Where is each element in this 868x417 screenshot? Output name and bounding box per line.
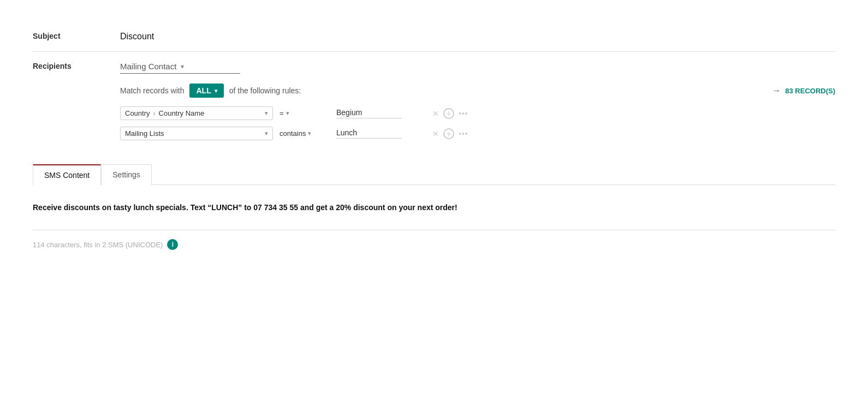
filter-op-1-arrow: ▾ <box>286 110 289 117</box>
tab-sms-content[interactable]: SMS Content <box>33 164 101 185</box>
match-suffix-text: of the following rules: <box>229 86 301 95</box>
tabs-bar: SMS Content Settings <box>33 164 835 185</box>
filter-row-2: Mailing Lists ▾ contains ▾ Lunch ✕ + ••• <box>120 127 835 140</box>
filter-field-1-arrow: ▾ <box>265 110 268 117</box>
subject-label: Subject <box>33 29 120 40</box>
recipients-row: Recipients Mailing Contact ▾ Match recor… <box>33 52 835 148</box>
info-icon[interactable]: i <box>167 239 178 250</box>
filter-value-1[interactable]: Begium <box>336 108 424 118</box>
form-section: Subject Discount Recipients Mailing Cont… <box>33 22 835 148</box>
match-prefix-text: Match records with <box>120 86 184 95</box>
recipients-select[interactable]: Mailing Contact ▾ <box>120 59 240 74</box>
recipients-content: Mailing Contact ▾ Match records with ALL… <box>120 59 835 140</box>
filter-operator-2[interactable]: contains ▾ <box>277 127 332 140</box>
filter-more-1[interactable]: ••• <box>459 109 468 118</box>
tab-settings[interactable]: Settings <box>101 164 152 185</box>
filter-actions-1: ✕ + ••• <box>432 108 468 119</box>
sms-divider <box>33 230 835 230</box>
filter-operator-1-text: = <box>280 109 284 117</box>
recipients-label: Recipients <box>33 59 120 70</box>
sms-content-area: Receive discounts on tasty lunch special… <box>33 185 835 261</box>
filter-field-1-separator: › <box>153 110 156 117</box>
filter-delete-2[interactable]: ✕ <box>432 129 439 138</box>
filter-field-2-arrow: ▾ <box>265 130 268 137</box>
sms-message: Receive discounts on tasty lunch special… <box>33 201 835 213</box>
subject-row: Subject Discount <box>33 22 835 52</box>
filter-field-2-text: Mailing Lists <box>125 129 164 138</box>
filter-value-2[interactable]: Lunch <box>336 128 424 139</box>
filter-more-2[interactable]: ••• <box>459 129 468 138</box>
filter-delete-1[interactable]: ✕ <box>432 109 439 118</box>
records-count-container[interactable]: → 83 RECORD(S) <box>772 86 835 96</box>
tab-sms-content-label: SMS Content <box>44 171 90 180</box>
filter-field-1-subtext: Country Name <box>159 109 205 117</box>
filter-op-2-arrow: ▾ <box>308 130 311 137</box>
subject-value: Discount <box>120 29 835 44</box>
subject-content: Discount <box>120 29 835 44</box>
filter-rules: Country › Country Name ▾ = ▾ Begium ✕ <box>120 106 835 140</box>
sms-meta: 114 characters, fits in 2 SMS (UNICODE) … <box>33 239 835 250</box>
filter-value-1-text: Begium <box>336 108 402 118</box>
filter-actions-2: ✕ + ••• <box>432 128 468 139</box>
filter-field-2[interactable]: Mailing Lists ▾ <box>120 127 273 140</box>
filter-row-1: Country › Country Name ▾ = ▾ Begium ✕ <box>120 106 835 120</box>
all-button[interactable]: ALL ▾ <box>189 84 223 98</box>
filter-operator-1[interactable]: = ▾ <box>277 107 332 120</box>
recipients-dropdown-arrow: ▾ <box>181 63 184 70</box>
recipients-select-text: Mailing Contact <box>120 62 176 71</box>
filter-add-1[interactable]: + <box>443 108 454 119</box>
filter-field-1[interactable]: Country › Country Name ▾ <box>120 106 273 120</box>
filter-add-2[interactable]: + <box>443 128 454 139</box>
tab-settings-label: Settings <box>112 170 140 179</box>
records-arrow: → <box>772 86 781 96</box>
all-button-label: ALL <box>196 86 211 95</box>
filter-value-2-text: Lunch <box>336 128 402 139</box>
records-count-text: 83 RECORD(S) <box>785 87 835 95</box>
sms-meta-text: 114 characters, fits in 2 SMS (UNICODE) <box>33 241 163 249</box>
filter-field-1-text: Country <box>125 109 150 117</box>
all-button-arrow: ▾ <box>215 88 217 94</box>
tabs-section: SMS Content Settings Receive discounts o… <box>33 164 835 261</box>
match-records-row: Match records with ALL ▾ of the followin… <box>120 84 835 98</box>
filter-operator-2-text: contains <box>280 129 306 138</box>
